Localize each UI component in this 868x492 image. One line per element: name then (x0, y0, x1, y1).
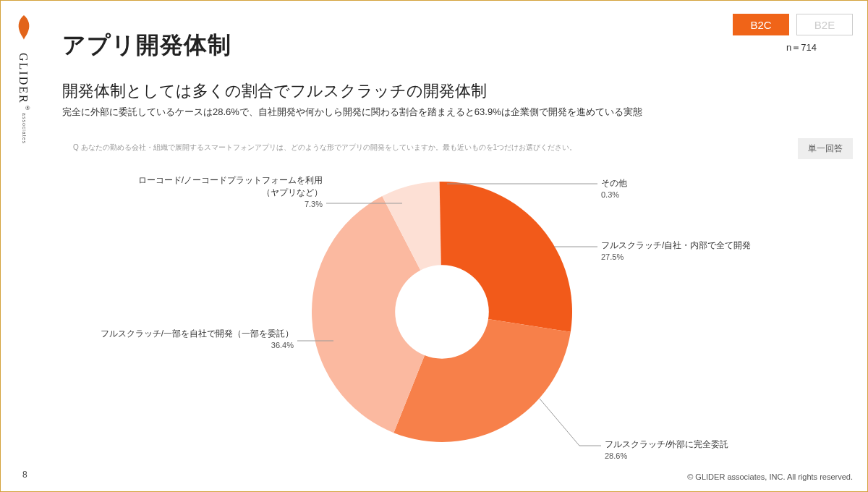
brand-logo-icon (14, 14, 33, 44)
callout-lowcode-name2: （ヤプリなど） (109, 187, 323, 199)
callout-inhouse-name: フルスクラッチ/自社・内部で全て開発 (601, 239, 751, 252)
callout-outsource-name: フルスクラッチ/外部に完全委託 (605, 438, 728, 451)
segment-tags: B2C B2E (733, 14, 853, 35)
chart-area: その他 0.3% フルスクラッチ/自社・内部で全て開発 27.5% フルスクラッ… (1, 160, 868, 464)
callout-lowcode-pct: 7.3% (109, 199, 323, 210)
callout-inhouse: フルスクラッチ/自社・内部で全て開発 27.5% (601, 239, 751, 263)
page-description: 完全に外部に委託しているケースは28.6%で、自社開発や何かしら開発に関わる割合… (62, 106, 642, 119)
page-subtitle: 開発体制としては多くの割合でフルスクラッチの開発体制 (62, 80, 487, 102)
brand-name: GLIDER® (17, 53, 31, 113)
page-number: 8 (22, 470, 27, 480)
brand-sub: associates (22, 113, 27, 144)
callout-outsource-pct: 28.6% (605, 451, 728, 462)
callout-partial-pct: 36.4% (88, 340, 294, 351)
callout-other-pct: 0.3% (601, 190, 627, 200)
callout-inhouse-pct: 27.5% (601, 252, 751, 263)
donut-chart (312, 182, 572, 442)
callout-other-name: その他 (601, 177, 627, 190)
callout-partial-name: フルスクラッチ/一部を自社で開発（一部を委託） (88, 328, 294, 340)
callout-lowcode-name1: ローコード/ノーコードプラットフォームを利用 (109, 174, 323, 187)
svg-point-0 (395, 265, 489, 359)
tag-b2c[interactable]: B2C (733, 14, 789, 35)
slide: GLIDER® associates アプリ開発体制 開発体制としては多くの割合… (0, 0, 868, 492)
page-title: アプリ開発体制 (62, 30, 231, 62)
callout-other: その他 0.3% (601, 177, 627, 200)
callout-outsource: フルスクラッチ/外部に完全委託 28.6% (605, 438, 728, 462)
callout-lowcode: ローコード/ノーコードプラットフォームを利用 （ヤプリなど） 7.3% (109, 174, 323, 210)
answer-type-badge: 単一回答 (798, 138, 853, 159)
copyright: © GLIDER associates, INC. All rights res… (687, 472, 853, 481)
survey-question: Q あなたの勤める会社・組織で展開するスマートフォンアプリは、どのような形でアプ… (73, 143, 576, 153)
tag-b2e[interactable]: B2E (796, 14, 853, 35)
callout-partial: フルスクラッチ/一部を自社で開発（一部を委託） 36.4% (88, 328, 294, 351)
sample-size: n＝714 (786, 41, 817, 54)
